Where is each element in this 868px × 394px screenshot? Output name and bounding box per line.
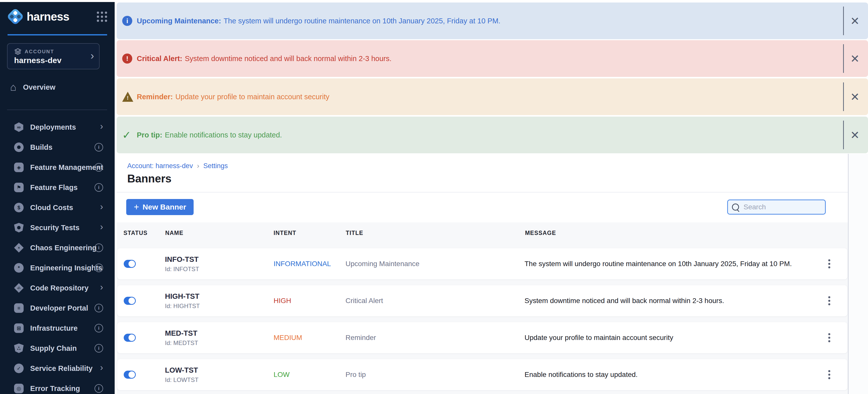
kebab-menu-icon[interactable] xyxy=(827,295,832,307)
chevron-right-icon: › xyxy=(100,363,103,372)
sidebar-item-deployments[interactable]: ∞ Deployments › xyxy=(0,117,115,137)
sidebar-item-cloud-costs[interactable]: $ Cloud Costs › xyxy=(0,197,115,218)
chevron-right-icon: › xyxy=(100,283,103,292)
chevron-right-icon: › xyxy=(91,50,94,62)
new-banner-button[interactable]: + New Banner xyxy=(126,199,194,215)
banner-divider xyxy=(843,121,844,149)
close-icon[interactable]: ✕ xyxy=(848,14,862,27)
info-icon[interactable]: i xyxy=(95,264,103,272)
status-toggle[interactable] xyxy=(124,371,136,379)
breadcrumb-settings-link[interactable]: Settings xyxy=(203,162,228,170)
search-icon xyxy=(732,203,739,210)
info-icon[interactable]: i xyxy=(95,243,103,252)
info-icon[interactable]: i xyxy=(95,324,103,332)
sidebar: harness ACCOUNT harness-dev › ⌂ Overview… xyxy=(0,2,115,394)
banner-id: Id: INFOTST xyxy=(165,266,199,273)
brand-name: harness xyxy=(27,10,69,23)
status-toggle[interactable] xyxy=(124,297,136,305)
chevron-right-icon: › xyxy=(100,222,103,231)
info-icon[interactable]: i xyxy=(95,344,103,353)
check-icon: ✓ xyxy=(122,129,131,141)
banner-title: Reminder xyxy=(345,334,376,342)
status-toggle[interactable] xyxy=(124,334,136,342)
sidebar-item-supply-chain[interactable]: ∴ Supply Chain i xyxy=(0,338,115,358)
info-icon[interactable]: i xyxy=(95,304,103,312)
table-row: LOW-TSTId: LOWTST LOW Pro tip Enable not… xyxy=(117,359,847,390)
sidebar-item-feature-management[interactable]: ◈ Feature Management i xyxy=(0,157,115,177)
sidebar-item-service-reliability[interactable]: ✓ Service Reliability › xyxy=(0,358,115,379)
logo-row: harness xyxy=(9,9,107,24)
info-icon[interactable]: i xyxy=(95,183,103,192)
code-repository-icon: ‹/› xyxy=(14,283,24,293)
info-icon[interactable]: i xyxy=(95,143,103,152)
close-icon[interactable]: ✕ xyxy=(848,90,862,103)
banner-name: MED-TST xyxy=(165,329,197,337)
banner-name: INFO-TST xyxy=(165,255,199,263)
sidebar-item-developer-portal[interactable]: ≡ Developer Portal i xyxy=(0,298,115,318)
banner-message: System downtime noticed and will back no… xyxy=(185,55,392,63)
kebab-menu-icon[interactable] xyxy=(827,258,832,270)
banner-critical: ! Critical Alert:System downtime noticed… xyxy=(117,40,868,77)
intent-badge: MEDIUM xyxy=(274,334,302,342)
banner-success: ✓ Pro tip:Enable notifications to stay u… xyxy=(117,117,868,153)
sidebar-divider xyxy=(7,109,107,110)
intent-badge: LOW xyxy=(274,371,290,379)
account-selector[interactable]: ACCOUNT harness-dev › xyxy=(7,43,100,69)
info-icon[interactable]: i xyxy=(95,163,103,172)
supply-chain-icon: ∴ xyxy=(14,343,24,353)
breadcrumb-account-link[interactable]: Account: harness-dev xyxy=(127,162,193,170)
column-header-intent: INTENT xyxy=(274,230,296,236)
banner-id: Id: HIGHTST xyxy=(165,302,200,309)
kebab-menu-icon[interactable] xyxy=(827,369,832,381)
column-header-status: STATUS xyxy=(123,230,148,236)
kebab-menu-icon[interactable] xyxy=(827,332,832,344)
chevron-right-icon: › xyxy=(100,122,103,131)
close-icon[interactable]: ✕ xyxy=(848,52,862,65)
sidebar-item-error-tracking[interactable]: ◎ Error Tracking i xyxy=(0,379,115,394)
account-label: ACCOUNT xyxy=(25,49,54,55)
sidebar-item-infrastructure[interactable]: ⊞ Infrastructure i xyxy=(0,318,115,338)
engineering-insights-icon: * xyxy=(14,263,24,273)
banner-label: Critical Alert: xyxy=(137,55,182,63)
banner-name: LOW-TST xyxy=(165,366,198,374)
banner-label: Reminder: xyxy=(137,93,173,101)
breadcrumb-separator: › xyxy=(197,162,199,170)
banner-label: Upcoming Maintenance: xyxy=(137,17,221,25)
home-icon: ⌂ xyxy=(10,82,17,93)
banner-divider xyxy=(843,83,844,111)
table-row: INFO-TSTId: INFOTST INFORMATIONAL Upcomi… xyxy=(117,248,847,280)
banner-title: Pro tip xyxy=(345,371,366,379)
column-header-title: TITLE xyxy=(346,230,363,236)
sidebar-item-overview[interactable]: ⌂ Overview xyxy=(10,82,55,93)
app-window: harness ACCOUNT harness-dev › ⌂ Overview… xyxy=(0,0,868,394)
sidebar-item-builds[interactable]: Builds i xyxy=(0,137,115,157)
sidebar-item-code-repository[interactable]: ‹/› Code Repository › xyxy=(0,278,115,298)
banner-message-cell: System downtime noticed and will back no… xyxy=(525,297,724,305)
security-tests-icon xyxy=(14,223,24,232)
banner-divider xyxy=(843,44,844,73)
sidebar-item-security-tests[interactable]: Security Tests › xyxy=(0,218,115,238)
feature-flags-icon: ⚑ xyxy=(14,183,24,192)
developer-portal-icon: ≡ xyxy=(14,303,24,313)
banner-message-cell: Enable notifications to stay updated. xyxy=(525,371,638,379)
builds-icon xyxy=(14,142,24,152)
table-row: HIGH-TSTId: HIGHTST HIGH Critical Alert … xyxy=(117,285,847,316)
info-icon[interactable]: i xyxy=(95,384,103,393)
banner-warning: ! Reminder:Update your profile to mainta… xyxy=(117,78,868,115)
search-input[interactable] xyxy=(743,203,821,211)
banner-message-cell: Update your profile to maintain account … xyxy=(525,334,673,342)
banner-id: Id: MEDTST xyxy=(165,339,198,347)
chevron-right-icon: › xyxy=(100,202,103,211)
banner-message-cell: The system will undergo routine maintena… xyxy=(525,260,792,268)
sidebar-item-chaos-engineering[interactable]: × Chaos Engineering i xyxy=(0,238,115,258)
sidebar-item-engineering-insights[interactable]: * Engineering Insights i xyxy=(0,258,115,278)
app-grid-icon[interactable] xyxy=(97,11,107,22)
right-gutter xyxy=(849,154,868,394)
sidebar-item-feature-flags[interactable]: ⚑ Feature Flags i xyxy=(0,177,115,197)
harness-logo-icon xyxy=(6,8,24,26)
layers-icon xyxy=(14,48,22,55)
close-icon[interactable]: ✕ xyxy=(848,128,862,141)
banner-info: i Upcoming Maintenance:The system will u… xyxy=(117,2,868,39)
status-toggle[interactable] xyxy=(124,260,136,268)
banner-title: Upcoming Maintenance xyxy=(345,260,420,268)
